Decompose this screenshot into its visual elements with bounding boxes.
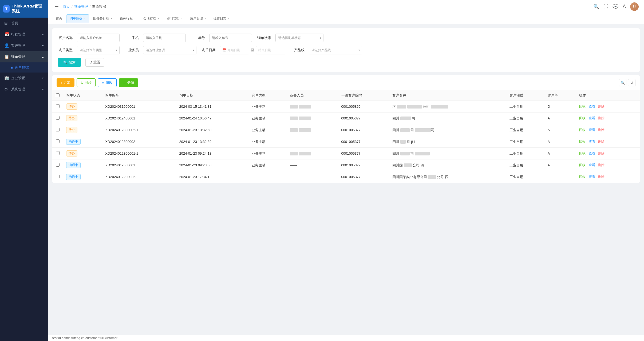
row-checkbox-1[interactable]: [56, 116, 60, 120]
blur-box: [299, 105, 311, 109]
breadcrumb-inquiry-mgmt[interactable]: 询单管理: [74, 4, 88, 9]
search-header-icon[interactable]: 🔍: [593, 4, 599, 10]
select-all-checkbox[interactable]: [56, 93, 60, 97]
tab-old-trips-close[interactable]: ×: [111, 17, 112, 20]
action-delete[interactable]: 删除: [598, 163, 605, 167]
fullscreen-icon[interactable]: ⛶: [603, 4, 608, 9]
chat-icon[interactable]: 💬: [613, 4, 618, 10]
sync-button[interactable]: ↻ 同步: [77, 78, 96, 87]
tab-inquiry-data[interactable]: 询单数据 ×: [66, 14, 89, 23]
action-delete[interactable]: 删除: [598, 116, 605, 120]
order-no-input[interactable]: [209, 34, 252, 42]
customer-name-input[interactable]: [77, 34, 120, 42]
salesperson-select[interactable]: 请选择业务员: [143, 46, 196, 54]
sidebar-sub-item-inquiry-data[interactable]: ■ 询单数据: [0, 62, 48, 73]
order-type-select[interactable]: 请选择询单类型: [77, 46, 120, 54]
action-view[interactable]: 查看: [589, 163, 595, 167]
assign-button[interactable]: → 分派: [119, 78, 138, 87]
edit-button[interactable]: ✏ 修改: [98, 78, 117, 87]
end-date-input[interactable]: 结束日期: [256, 46, 285, 54]
blur-box: [404, 163, 412, 167]
action-view[interactable]: 查看: [589, 151, 595, 155]
product-line-select[interactable]: 请选择产品线: [309, 46, 362, 54]
action-recover[interactable]: 回收: [579, 105, 586, 108]
customer-name-label: 客户名称: [58, 35, 73, 40]
tab-task-trip-close[interactable]: ×: [134, 17, 136, 20]
actions-cell: 回收 查看 删除: [576, 101, 640, 113]
row-checkbox-6[interactable]: [56, 175, 60, 178]
menu-toggle-button[interactable]: ☰: [53, 3, 60, 11]
top-header: ☰ 首页 / 询单管理 / 询单数据 🔍 ⛶ 💬 A U: [48, 0, 644, 13]
customer-name-cell: 四川国 公司 四: [389, 159, 506, 171]
select-all-header[interactable]: [52, 90, 63, 101]
tab-old-trips[interactable]: 旧任务行程 ×: [90, 14, 116, 23]
table-row: 沟通中XD20240123000012024-01-23 09:23:58业务主…: [52, 159, 640, 171]
action-recover[interactable]: 回收: [579, 116, 586, 120]
customer-code-cell: 0001005377: [338, 171, 389, 183]
blur-box: [407, 105, 422, 109]
action-view[interactable]: 查看: [589, 105, 595, 108]
actions-cell: 回收 查看 删除: [576, 171, 640, 183]
export-button-label: 导出: [64, 80, 70, 85]
action-recover[interactable]: 回收: [579, 140, 586, 143]
action-delete[interactable]: 删除: [598, 151, 605, 155]
table-header-row: 询单状态 询单编号 询单日期 询单类型 业务人员 一级客户编码 客户名称 客户性…: [52, 90, 640, 101]
export-button[interactable]: ↓ 导出: [57, 78, 74, 87]
customer-nature-cell: 工业自用: [506, 159, 544, 171]
customer-nature-cell: 工业自用: [506, 113, 544, 124]
action-delete[interactable]: 删除: [598, 105, 605, 108]
assign-button-label: 分派: [127, 80, 134, 85]
action-delete[interactable]: 删除: [598, 175, 605, 179]
tab-dept-mgmt-close[interactable]: ×: [181, 17, 183, 20]
tab-user-mgmt[interactable]: 用户管理 ×: [187, 14, 210, 23]
search-table-icon[interactable]: 🔍: [619, 79, 626, 86]
tab-dept-mgmt[interactable]: 部门管理 ×: [163, 14, 186, 23]
sidebar-sub-inquiry-dot: ■: [11, 66, 13, 70]
refresh-table-icon[interactable]: ↺: [628, 79, 635, 86]
sidebar-item-system-mgmt[interactable]: ⚙ 系统管理 ▾: [0, 84, 48, 95]
row-checkbox-5[interactable]: [56, 163, 60, 167]
tab-operation-log-close[interactable]: ×: [228, 17, 230, 20]
avatar[interactable]: U: [630, 2, 639, 11]
phone-input[interactable]: [143, 34, 186, 42]
sidebar-item-company-settings[interactable]: 🏢 企业设置 ▾: [0, 73, 48, 84]
row-checkbox-2[interactable]: [56, 128, 60, 131]
action-recover[interactable]: 回收: [579, 151, 586, 155]
filter-card: 客户名称 手机 单号 询单状态 请选择询单状态 询单类型 请选择: [52, 28, 640, 72]
action-recover[interactable]: 回收: [579, 175, 586, 179]
start-date-input[interactable]: 📅 开始日期: [220, 46, 249, 54]
font-size-icon[interactable]: A: [623, 4, 626, 9]
action-delete[interactable]: 删除: [598, 140, 605, 143]
order-status-select[interactable]: 请选择询单状态: [275, 34, 323, 42]
tab-inquiry-data-close[interactable]: ×: [84, 17, 86, 20]
tab-session-archive-close[interactable]: ×: [158, 17, 159, 20]
tab-user-mgmt-close[interactable]: ×: [204, 17, 206, 20]
tab-home[interactable]: 首页: [52, 14, 66, 23]
row-checkbox-4[interactable]: [56, 151, 60, 155]
customer-level-cell: A: [544, 159, 576, 171]
action-delete[interactable]: 删除: [598, 128, 605, 132]
tab-task-trip[interactable]: 任务行程 ×: [116, 14, 139, 23]
salesperson-cell: [287, 113, 338, 124]
sidebar-item-system-label: 系统管理: [11, 87, 25, 92]
sidebar-item-inquiry-mgmt[interactable]: 📋 询单管理 ▴: [0, 51, 48, 62]
search-button[interactable]: 🔍 搜索: [58, 58, 81, 67]
sidebar-item-customer-mgmt[interactable]: 👤 客户管理 ▾: [0, 40, 48, 51]
row-checkbox-0[interactable]: [56, 104, 60, 108]
reset-button-label: 重置: [93, 60, 100, 65]
reset-button[interactable]: ↺ 重置: [85, 58, 104, 67]
breadcrumb-home[interactable]: 首页: [63, 4, 70, 9]
action-view[interactable]: 查看: [589, 128, 595, 132]
sidebar-item-trip-mgmt[interactable]: 📅 行程管理 ▾: [0, 29, 48, 40]
action-recover[interactable]: 回收: [579, 163, 586, 167]
order-no-label: 单号: [190, 35, 205, 40]
tab-session-archive[interactable]: 会话存档 ×: [140, 14, 163, 23]
sidebar-item-home-label: 首页: [11, 21, 18, 26]
row-checkbox-3[interactable]: [56, 139, 60, 143]
sidebar-item-home[interactable]: ⊞ 首页: [0, 18, 48, 29]
tab-operation-log[interactable]: 操作日志 ×: [210, 14, 233, 23]
action-view[interactable]: 查看: [589, 140, 595, 143]
action-view[interactable]: 查看: [589, 175, 595, 179]
action-recover[interactable]: 回收: [579, 128, 586, 132]
action-view[interactable]: 查看: [589, 116, 595, 120]
